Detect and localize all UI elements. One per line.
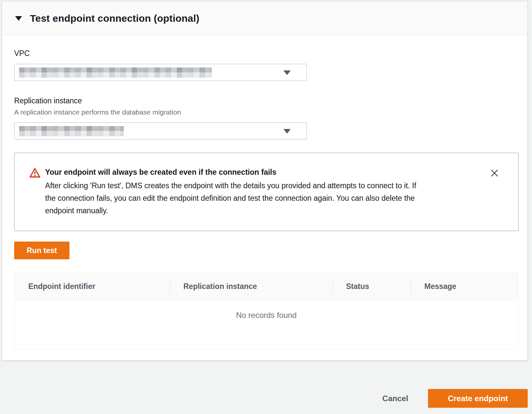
- replication-instance-label: Replication instance: [14, 96, 519, 105]
- no-records-text: No records found: [236, 311, 297, 349]
- warning-title: Your endpoint will always be created eve…: [45, 167, 424, 177]
- replication-instance-field: Replication instance A replication insta…: [14, 96, 519, 140]
- column-header-status: Status: [332, 282, 411, 291]
- replication-instance-description: A replication instance performs the data…: [14, 108, 519, 116]
- test-endpoint-panel: Test endpoint connection (optional) VPC …: [2, 1, 528, 361]
- warning-text: Your endpoint will always be created eve…: [45, 167, 424, 217]
- section-body: VPC Replication instance A replication i…: [2, 36, 527, 349]
- vpc-select[interactable]: [14, 64, 307, 81]
- column-header-message: Message: [411, 282, 518, 291]
- warning-triangle-icon: [29, 168, 40, 178]
- chevron-down-icon: [283, 70, 291, 75]
- chevron-down-icon: [283, 129, 291, 134]
- test-results-table: Endpoint identifier Replication instance…: [14, 272, 519, 349]
- create-endpoint-button[interactable]: Create endpoint: [428, 389, 528, 408]
- footer-actions: Cancel Create endpoint: [0, 389, 532, 408]
- column-header-endpoint-identifier: Endpoint identifier: [14, 282, 170, 291]
- replication-instance-select[interactable]: [14, 122, 307, 140]
- vpc-field: VPC: [14, 49, 519, 81]
- table-header-row: Endpoint identifier Replication instance…: [14, 273, 518, 300]
- close-icon[interactable]: [489, 168, 500, 179]
- replication-selected-value-redacted: [19, 126, 124, 136]
- section-header-toggle[interactable]: Test endpoint connection (optional): [2, 1, 527, 36]
- vpc-label: VPC: [14, 49, 519, 58]
- run-test-button[interactable]: Run test: [14, 242, 69, 259]
- section-title: Test endpoint connection (optional): [30, 13, 200, 24]
- cancel-button[interactable]: Cancel: [381, 394, 410, 403]
- table-empty-state: No records found: [14, 300, 518, 349]
- collapse-triangle-icon: [15, 16, 22, 21]
- warning-body: After clicking 'Run test', DMS creates t…: [45, 179, 424, 217]
- warning-alert: Your endpoint will always be created eve…: [14, 153, 519, 231]
- vpc-selected-value-redacted: [19, 67, 212, 78]
- column-header-replication-instance: Replication instance: [170, 282, 332, 291]
